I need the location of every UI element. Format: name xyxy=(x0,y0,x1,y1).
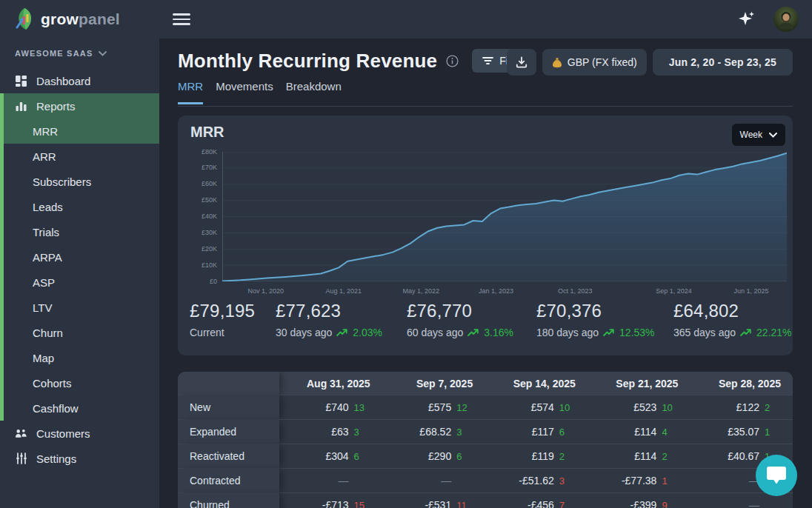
column-header: Sep 21, 2025 xyxy=(588,372,690,395)
sidebar-item-label: ASP xyxy=(33,276,55,289)
row-label: Churned xyxy=(178,493,279,508)
table-header-row: Aug 31, 2025Sep 7, 2025Sep 14, 2025Sep 2… xyxy=(178,372,793,395)
main-content: Monthly Recurring Revenue Filter GBP (FX… xyxy=(159,39,812,508)
sidebar-item-arpa[interactable]: ARPA xyxy=(4,244,159,270)
workspace-switcher[interactable]: AWESOME SAAS xyxy=(0,39,159,65)
reports-group: ReportsMRRARRSubscribersLeadsTrialsARPAA… xyxy=(0,93,159,421)
sidebar-item-cohorts[interactable]: Cohorts xyxy=(4,370,159,395)
sidebar-item-label: Churn xyxy=(33,327,63,339)
row-label: Contracted xyxy=(178,469,279,492)
sidebar-item-asp[interactable]: ASP xyxy=(4,270,159,295)
row-label: Expanded xyxy=(178,420,279,444)
currency-button[interactable]: GBP (FX fixed) xyxy=(542,49,647,76)
cell-count: 6 xyxy=(559,427,576,438)
x-tick: Jun 1, 2025 xyxy=(733,287,768,295)
cell-count: 1 xyxy=(765,427,781,438)
movements-table[interactable]: Aug 31, 2025Sep 7, 2025Sep 14, 2025Sep 2… xyxy=(178,372,793,508)
cell-count: 7 xyxy=(559,500,576,508)
sidebar-item-label: Cashflow xyxy=(33,402,79,415)
sidebar-item-ltv[interactable]: LTV xyxy=(4,295,159,320)
cell-value: £63 xyxy=(331,426,348,438)
stat-current: £79,195Current xyxy=(190,301,276,338)
table-row-reactivated: Reactivated£3046£2906£1192£1142£40.671 xyxy=(178,444,793,468)
sidebar-item-cashflow[interactable]: Cashflow xyxy=(4,395,159,421)
x-tick: May 1, 2022 xyxy=(402,287,439,295)
table-cell: £1176 xyxy=(485,420,588,444)
cell-empty: — xyxy=(339,475,349,487)
trend-up-icon xyxy=(336,328,348,337)
cell-value: -£456 xyxy=(528,499,554,508)
table-cell: -£53111 xyxy=(382,493,485,508)
ai-sparkle-icon[interactable] xyxy=(736,9,757,30)
trend-up-icon xyxy=(603,328,615,337)
row-label: Reactivated xyxy=(178,444,279,468)
report-tabs: MRRMovementsBreakdown xyxy=(178,80,342,104)
currency-button-label: GBP (FX fixed) xyxy=(568,56,637,68)
download-icon xyxy=(516,56,528,68)
cell-count: 1 xyxy=(662,475,678,487)
stat-180-days-ago: £70,376180 days ago12.53% xyxy=(536,301,673,338)
cell-count: 6 xyxy=(456,451,473,462)
info-icon[interactable] xyxy=(446,55,459,67)
stat-value: £77,623 xyxy=(276,301,407,321)
cell-value: £114 xyxy=(634,450,656,462)
sidebar-item-label: Dashboard xyxy=(36,75,90,87)
sidebar-item-label: Customers xyxy=(36,427,90,440)
cell-count: 6 xyxy=(354,451,370,462)
sidebar-item-settings[interactable]: Settings xyxy=(0,446,159,471)
y-tick: £80K xyxy=(202,148,217,156)
tab-mrr[interactable]: MRR xyxy=(178,80,203,104)
table-cell: -£51.623 xyxy=(485,469,588,492)
sidebar-item-mrr[interactable]: MRR xyxy=(4,118,159,144)
tab-breakdown[interactable]: Breakdown xyxy=(286,80,342,104)
mrr-chart-card: MRR Week £0£10K£20K£30K£40K£50K£60K£70K£… xyxy=(178,116,793,355)
period-selector[interactable]: Week xyxy=(732,124,785,146)
cell-value: £117 xyxy=(532,426,554,438)
sidebar-item-label: MRR xyxy=(33,125,58,138)
x-tick: Nov 1, 2020 xyxy=(247,287,284,295)
cell-count: 13 xyxy=(354,402,370,413)
table-cell: £2906 xyxy=(382,444,485,468)
sidebar-item-label: Subscribers xyxy=(33,176,91,188)
sidebar-item-leads[interactable]: Leads xyxy=(4,194,159,219)
tab-movements[interactable]: Movements xyxy=(216,80,273,104)
sidebar-item-reports[interactable]: Reports xyxy=(4,93,159,118)
sidebar-item-map[interactable]: Map xyxy=(4,345,159,370)
menu-toggle-icon[interactable] xyxy=(173,10,195,29)
x-tick: Oct 1, 2023 xyxy=(558,287,593,295)
sidebar-item-label: Leads xyxy=(33,201,63,213)
cell-value: £574 xyxy=(531,401,554,413)
sidebar-item-label: Cohorts xyxy=(33,377,72,390)
sidebar-item-label: Reports xyxy=(36,100,76,113)
table-cell: £1142 xyxy=(588,444,690,468)
workspace-name: AWESOME SAAS xyxy=(15,49,93,58)
table-row-new: New£74013£57512£57410£52310£1222 xyxy=(178,395,793,419)
trend-up-icon xyxy=(467,328,479,337)
download-button[interactable] xyxy=(507,49,536,76)
sidebar-item-trials[interactable]: Trials xyxy=(4,219,159,244)
sidebar-item-dashboard[interactable]: Dashboard xyxy=(0,68,159,93)
sidebar-item-subscribers[interactable]: Subscribers xyxy=(4,169,159,194)
column-header: Sep 28, 2025 xyxy=(690,372,793,395)
y-tick: £70K xyxy=(202,164,217,171)
chevron-down-icon xyxy=(99,51,107,56)
row-label: New xyxy=(178,395,279,419)
table-cell: — xyxy=(382,469,485,492)
stat-label: 30 days ago xyxy=(276,327,332,338)
sidebar-item-customers[interactable]: Customers xyxy=(0,421,159,446)
cell-value: £68.52 xyxy=(419,426,451,438)
sidebar-item-churn[interactable]: Churn xyxy=(4,320,159,345)
chat-launcher[interactable] xyxy=(756,455,797,496)
sidebar-item-arr[interactable]: ARR xyxy=(4,144,159,169)
column-header: Sep 14, 2025 xyxy=(485,372,588,395)
table-cell: £35.071 xyxy=(690,420,793,444)
cell-value: £740 xyxy=(325,401,348,413)
topbar: growpanel xyxy=(0,0,812,39)
user-avatar[interactable] xyxy=(773,7,799,32)
date-range-button[interactable]: Jun 2, 20 - Sep 23, 25 xyxy=(653,49,793,76)
cell-value: -£531 xyxy=(425,499,451,508)
sidebar-item-label: Settings xyxy=(36,452,76,465)
cell-count: 2 xyxy=(765,402,781,413)
customers-icon xyxy=(15,428,27,439)
stat-change: 3.16% xyxy=(484,327,513,338)
